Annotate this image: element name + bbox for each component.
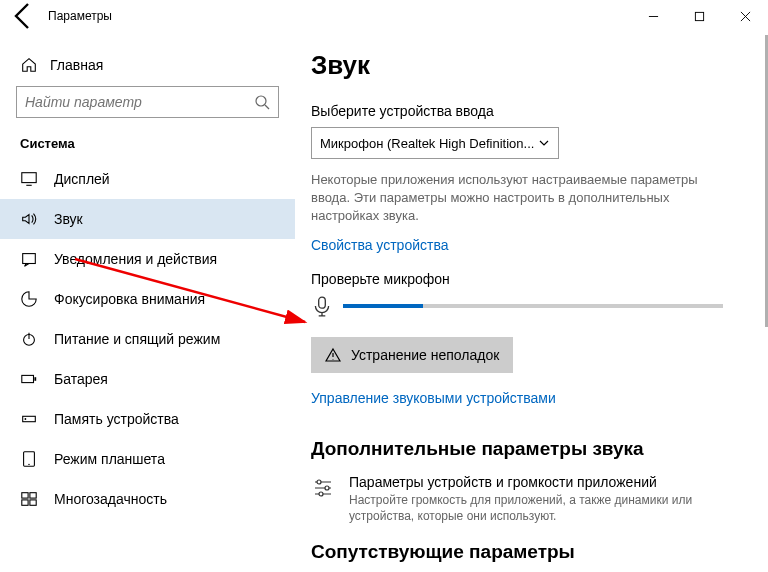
- nav-item-display[interactable]: Дисплей: [0, 159, 295, 199]
- input-device-select[interactable]: Микрофон (Realtek High Definition...: [311, 127, 559, 159]
- select-value: Микрофон (Realtek High Definition...: [320, 136, 538, 151]
- nav-label: Многозадачность: [54, 491, 167, 507]
- nav-item-multitask[interactable]: Многозадачность: [0, 479, 295, 519]
- svg-point-18: [319, 492, 323, 496]
- tablet-icon: [20, 450, 38, 468]
- nav-label: Режим планшета: [54, 451, 165, 467]
- close-button[interactable]: [722, 0, 768, 32]
- nav-item-notifications[interactable]: Уведомления и действия: [0, 239, 295, 279]
- display-icon: [20, 170, 38, 188]
- nav-item-tablet[interactable]: Режим планшета: [0, 439, 295, 479]
- svg-rect-13: [22, 500, 28, 505]
- mic-level-row: [311, 295, 742, 317]
- app-volume-desc: Настройте громкость для приложений, а та…: [349, 492, 709, 526]
- nav-item-storage[interactable]: Память устройства: [0, 399, 295, 439]
- svg-rect-6: [34, 377, 36, 381]
- advanced-heading: Дополнительные параметры звука: [311, 438, 742, 460]
- main-layout: Главная Система Дисплей Звук Уведомления…: [0, 32, 768, 572]
- content-panel: Звук Выберите устройства ввода Микрофон …: [295, 32, 768, 572]
- window-controls: [630, 0, 768, 32]
- nav-list: Дисплей Звук Уведомления и действия Фоку…: [0, 159, 295, 519]
- svg-rect-0: [695, 12, 703, 20]
- mic-level-bar: [343, 304, 723, 308]
- svg-rect-5: [22, 375, 34, 382]
- nav-item-power[interactable]: Питание и спящий режим: [0, 319, 295, 359]
- microphone-icon: [311, 295, 333, 317]
- svg-rect-3: [23, 254, 36, 264]
- app-volume-row[interactable]: Параметры устройств и громкости приложен…: [311, 474, 742, 526]
- back-button[interactable]: [8, 0, 40, 32]
- svg-rect-12: [30, 493, 36, 498]
- nav-item-focus[interactable]: Фокусировка внимания: [0, 279, 295, 319]
- input-device-label: Выберите устройства ввода: [311, 103, 742, 119]
- test-mic-label: Проверьте микрофон: [311, 271, 742, 287]
- svg-point-8: [25, 418, 27, 420]
- home-icon: [20, 56, 38, 74]
- device-properties-link[interactable]: Свойства устройства: [311, 237, 449, 253]
- search-icon: [254, 94, 270, 110]
- minimize-button[interactable]: [630, 0, 676, 32]
- nav-label: Уведомления и действия: [54, 251, 217, 267]
- search-input[interactable]: [25, 94, 254, 110]
- svg-point-16: [317, 480, 321, 484]
- home-button[interactable]: Главная: [16, 50, 279, 86]
- search-box[interactable]: [16, 86, 279, 118]
- category-heading: Система: [16, 136, 279, 151]
- app-volume-title: Параметры устройств и громкости приложен…: [349, 474, 709, 490]
- svg-rect-2: [22, 173, 36, 183]
- sound-icon: [20, 210, 38, 228]
- warning-icon: [325, 347, 341, 363]
- nav-label: Фокусировка внимания: [54, 291, 205, 307]
- svg-rect-14: [30, 500, 36, 505]
- multitask-icon: [20, 490, 38, 508]
- svg-point-1: [256, 96, 266, 106]
- home-label: Главная: [50, 57, 103, 73]
- battery-icon: [20, 370, 38, 388]
- manage-devices-link[interactable]: Управление звуковыми устройствами: [311, 390, 556, 406]
- svg-rect-15: [319, 297, 326, 308]
- focus-icon: [20, 290, 38, 308]
- svg-point-10: [28, 464, 29, 465]
- storage-icon: [20, 410, 38, 428]
- power-icon: [20, 330, 38, 348]
- title-bar: Параметры: [0, 0, 768, 32]
- related-heading: Сопутствующие параметры: [311, 541, 742, 563]
- nav-label: Дисплей: [54, 171, 110, 187]
- troubleshoot-label: Устранение неполадок: [351, 347, 499, 363]
- nav-label: Батарея: [54, 371, 108, 387]
- svg-rect-11: [22, 493, 28, 498]
- sliders-icon: [311, 476, 335, 500]
- nav-label: Память устройства: [54, 411, 179, 427]
- maximize-button[interactable]: [676, 0, 722, 32]
- notifications-icon: [20, 250, 38, 268]
- svg-point-17: [325, 486, 329, 490]
- window-title: Параметры: [48, 9, 112, 23]
- input-description: Некоторые приложения используют настраив…: [311, 171, 731, 226]
- nav-label: Питание и спящий режим: [54, 331, 220, 347]
- chevron-down-icon: [538, 137, 550, 149]
- nav-item-sound[interactable]: Звук: [0, 199, 295, 239]
- nav-item-battery[interactable]: Батарея: [0, 359, 295, 399]
- arrow-left-icon: [8, 0, 40, 32]
- sidebar: Главная Система Дисплей Звук Уведомления…: [0, 32, 295, 572]
- mic-level-fill: [343, 304, 423, 308]
- page-heading: Звук: [311, 50, 742, 81]
- nav-label: Звук: [54, 211, 83, 227]
- troubleshoot-button[interactable]: Устранение неполадок: [311, 337, 513, 373]
